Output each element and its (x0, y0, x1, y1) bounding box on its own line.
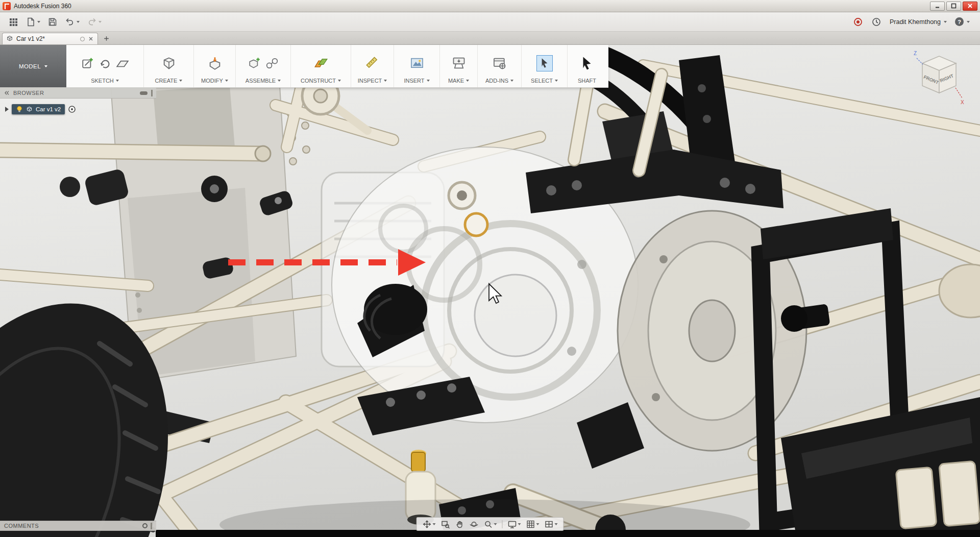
viewcube[interactable]: FRONT RIGHT Z X (910, 48, 967, 110)
window-title: Autodesk Fusion 360 (14, 3, 71, 10)
ribbon-group-label[interactable]: CREATE (155, 78, 183, 84)
ribbon-group-create: CREATE (144, 45, 194, 87)
construct-plane-icon[interactable] (314, 56, 328, 70)
visibility-icon[interactable] (68, 105, 76, 113)
browser-header-label: BROWSER (13, 90, 44, 96)
redo-icon (87, 17, 97, 27)
browser-panel: BROWSER Car v1 v2 (0, 88, 156, 114)
pan-hand-icon (455, 520, 464, 529)
ribbon-group-modify: MODIFY (194, 45, 236, 87)
comments-toggle-icon[interactable] (142, 523, 148, 528)
shaft-tool-icon[interactable] (579, 56, 595, 71)
insert-image-icon[interactable] (410, 56, 424, 70)
browser-root-row[interactable]: Car v1 v2 (5, 104, 156, 114)
press-pull-icon[interactable] (208, 56, 222, 70)
grid-snap-button[interactable] (524, 518, 542, 530)
panel-toggle-pill[interactable] (140, 91, 148, 95)
ribbon-group-inspect: INSPECT (351, 45, 394, 87)
activity-history-button[interactable] (871, 17, 881, 27)
undo-icon (65, 17, 75, 27)
close-button[interactable] (963, 2, 977, 11)
chevron-down-icon (433, 523, 436, 525)
zoom-button[interactable] (482, 518, 499, 530)
document-tab-label: Car v1 v2* (16, 35, 45, 42)
application-toolbar: Pradit Khemthong ? (0, 12, 980, 32)
maximize-button[interactable] (946, 2, 961, 11)
chevron-down-icon (427, 80, 430, 82)
expand-caret-icon[interactable] (5, 107, 9, 112)
comments-panel-header[interactable]: COMMENTS (0, 521, 156, 531)
model-viewport[interactable]: MODEL (0, 45, 980, 537)
sketch-loop-icon[interactable] (99, 57, 112, 70)
pan-orbit-mode-button[interactable] (421, 518, 438, 530)
ribbon-group-label[interactable]: SHAFT (578, 78, 596, 84)
titlebar: Autodesk Fusion 360 (0, 0, 980, 12)
lightbulb-icon[interactable] (16, 106, 23, 113)
data-panel-toggle-button[interactable] (5, 15, 21, 29)
browser-panel-header[interactable]: BROWSER (0, 88, 156, 99)
new-component-icon[interactable] (248, 57, 261, 70)
workspace-switcher-button[interactable]: MODEL (0, 45, 66, 87)
save-icon (47, 17, 58, 27)
ribbon-group-label[interactable]: INSPECT (358, 78, 387, 84)
ribbon-group-construct: CONSTRUCT (291, 45, 351, 87)
add-ins-scripts-icon[interactable] (493, 56, 507, 70)
comments-header-label: COMMENTS (4, 523, 39, 529)
new-tab-button[interactable] (101, 33, 111, 43)
viewport-3d-scene[interactable] (0, 45, 980, 537)
measure-icon[interactable] (365, 56, 380, 70)
panel-resize-nub[interactable] (151, 90, 153, 96)
browser-root-node[interactable]: Car v1 v2 (12, 104, 65, 114)
chevron-down-icon (518, 523, 521, 525)
ribbon-group-select: SELECT (522, 45, 568, 87)
ribbon-group-label[interactable]: MAKE (448, 78, 469, 84)
user-account-menu[interactable]: Pradit Khemthong (890, 18, 947, 26)
ribbon-group-label[interactable]: INSERT (404, 78, 429, 84)
redo-button[interactable] (84, 15, 105, 29)
minimize-button[interactable] (930, 2, 945, 11)
ribbon-group-label[interactable]: ADD-INS (485, 78, 513, 84)
user-name: Pradit Khemthong (890, 18, 941, 26)
file-menu-button[interactable] (22, 15, 43, 29)
navigation-bar (416, 517, 564, 531)
window-controls (930, 2, 978, 11)
toolbar-right-cluster: Pradit Khemthong ? (853, 17, 975, 27)
ribbon-group-label[interactable]: SELECT (531, 78, 558, 84)
joint-icon[interactable] (265, 57, 279, 70)
undo-button[interactable] (62, 15, 83, 29)
move-icon (423, 520, 432, 529)
file-icon (26, 17, 36, 27)
help-icon: ? (955, 17, 964, 26)
sketch-plane-icon[interactable] (116, 57, 129, 70)
collapse-left-icon[interactable] (4, 90, 10, 96)
document-tab-active[interactable]: Car v1 v2* (2, 33, 98, 44)
ribbon-group-label[interactable]: ASSEMBLE (246, 78, 281, 84)
help-menu[interactable]: ? (955, 17, 970, 26)
display-settings-button[interactable] (506, 518, 523, 530)
chevron-down-icon (44, 65, 47, 67)
select-tool-active-highlight[interactable] (536, 55, 553, 71)
create-box-icon[interactable] (162, 56, 176, 70)
orbit-button[interactable] (468, 518, 481, 530)
x-axis-line (955, 88, 962, 98)
chevron-down-icon (179, 80, 182, 82)
create-sketch-icon[interactable] (81, 57, 94, 70)
ribbon-group-addins: ADD-INS (478, 45, 522, 87)
chevron-down-icon (225, 80, 228, 82)
ribbon-group-make: MAKE (440, 45, 478, 87)
grid-icon (526, 520, 535, 529)
comments-resize-nub[interactable] (151, 523, 152, 529)
chevron-down-icon (278, 80, 281, 82)
ribbon-group-label[interactable]: SKETCH (91, 78, 119, 84)
make-3d-print-icon[interactable] (452, 56, 466, 70)
ribbon-group-label[interactable]: CONSTRUCT (301, 78, 341, 84)
fit-view-button[interactable] (439, 518, 452, 530)
z-axis-label: Z (914, 51, 917, 56)
browser-root-label: Car v1 v2 (36, 106, 61, 112)
live-review-button[interactable] (853, 17, 863, 27)
ribbon-group-label[interactable]: MODIFY (201, 78, 228, 84)
save-button[interactable] (44, 15, 61, 29)
pan-button[interactable] (453, 518, 467, 530)
tab-close-icon[interactable] (88, 36, 94, 42)
viewports-button[interactable] (543, 518, 560, 530)
